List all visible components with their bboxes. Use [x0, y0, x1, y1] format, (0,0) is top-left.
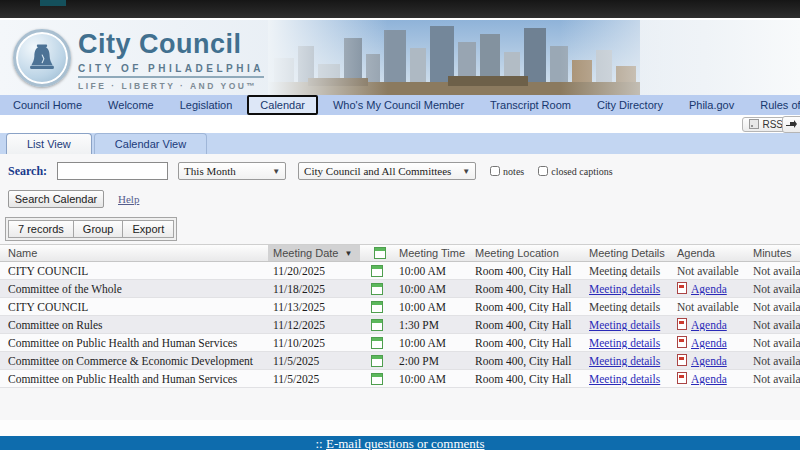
content-area: Search: This Month ▼ City Council and Al…: [0, 154, 800, 420]
minutes-cell: Not available: [748, 283, 800, 295]
calendar-export-icon[interactable]: [371, 283, 383, 295]
skyline-right-fade: [560, 20, 800, 95]
meeting-location: Room 400, City Hall: [470, 265, 584, 277]
meeting-details-link[interactable]: Meeting details: [589, 337, 660, 349]
agenda-link[interactable]: Agenda: [691, 373, 727, 385]
nav-item-rules-of-council[interactable]: Rules of Council: [747, 96, 800, 114]
meeting-details-link[interactable]: Meeting details: [589, 283, 660, 295]
ical-cell: [360, 300, 394, 313]
minutes-cell: Not available: [748, 355, 800, 367]
minutes-cell: Not available: [748, 265, 800, 277]
column-header-ical: [360, 245, 394, 261]
records-toolbar: 7 records Group Export: [5, 217, 177, 241]
records-count-button[interactable]: 7 records: [8, 220, 74, 238]
tab-list-view[interactable]: List View: [6, 133, 92, 154]
meeting-time: 10:00 AM: [394, 283, 470, 295]
table-row: Committee on Public Health and Human Ser…: [0, 334, 800, 352]
calendar-export-icon[interactable]: [371, 337, 383, 349]
meeting-time: 2:00 PM: [394, 355, 470, 367]
chevron-down-icon: ▼: [272, 167, 280, 176]
export-button[interactable]: Export: [122, 220, 174, 238]
top-black-bar: [0, 0, 800, 18]
column-header-meeting-details: Meeting Details: [584, 245, 672, 261]
meeting-details-cell: Meeting details: [584, 337, 672, 349]
nav-item-council-home[interactable]: Council Home: [0, 96, 95, 114]
nav-item-transcript-room[interactable]: Transcript Room: [477, 96, 584, 114]
meeting-name: CITY COUNCIL: [0, 301, 268, 313]
agenda-link[interactable]: Agenda: [691, 319, 727, 331]
sort-descending-icon: ▼: [344, 249, 352, 258]
closed-captions-checkbox[interactable]: [538, 166, 548, 176]
calendar-export-icon[interactable]: [371, 319, 383, 331]
top-accent: [40, 0, 66, 6]
meeting-name: Committee of the Whole: [0, 283, 268, 295]
column-header-meeting-time[interactable]: Meeting Time: [394, 245, 470, 261]
main-navigation: Council HomeWelcomeLegislationCalendarWh…: [0, 95, 800, 115]
meeting-details-link[interactable]: Meeting details: [589, 355, 660, 367]
pdf-icon: [677, 318, 687, 330]
meeting-details-cell: Meeting details: [584, 265, 672, 277]
meeting-name: Committee on Public Health and Human Ser…: [0, 337, 268, 349]
agenda-cell: Not available: [672, 301, 748, 313]
calendar-export-icon[interactable]: [371, 301, 383, 313]
calendar-export-icon[interactable]: [371, 373, 383, 385]
table-row: Committee on Public Health and Human Ser…: [0, 370, 800, 388]
meeting-time: 1:30 PM: [394, 319, 470, 331]
closed-captions-label: closed captions: [551, 166, 612, 177]
minutes-text: Not available: [753, 265, 800, 277]
site-tagline: LIFE · LIBERTY · AND YOU™: [78, 81, 264, 91]
meeting-time: 10:00 AM: [394, 301, 470, 313]
rss-icon: [749, 119, 759, 129]
meeting-date: 11/5/2025: [268, 373, 360, 385]
search-calendar-button[interactable]: Search Calendar: [8, 190, 104, 208]
nav-item-city-directory[interactable]: City Directory: [584, 96, 676, 114]
agenda-cell: Agenda: [672, 354, 748, 367]
pdf-icon: [677, 372, 687, 384]
table-row: CITY COUNCIL11/20/202510:00 AMRoom 400, …: [0, 262, 800, 280]
meeting-time: 10:00 AM: [394, 337, 470, 349]
group-button[interactable]: Group: [73, 220, 124, 238]
table-row: Committee on Rules11/12/20251:30 PMRoom …: [0, 316, 800, 334]
minutes-cell: Not available: [748, 337, 800, 349]
print-button[interactable]: [782, 116, 800, 133]
footer-bar: :: E-mail questions or comments: [0, 436, 800, 450]
site-title: City Council: [78, 30, 264, 58]
nav-item-welcome[interactable]: Welcome: [95, 96, 167, 114]
meeting-date: 11/10/2025: [268, 337, 360, 349]
committee-value: City Council and All Committees: [304, 165, 451, 177]
agenda-link[interactable]: Agenda: [691, 355, 727, 367]
agenda-link[interactable]: Agenda: [691, 283, 727, 295]
tab-calendar-view[interactable]: Calendar View: [94, 133, 207, 154]
minutes-text: Not available: [753, 283, 800, 295]
table-row: Committee of the Whole11/18/202510:00 AM…: [0, 280, 800, 298]
agenda-text: Not available: [677, 265, 739, 277]
email-questions-link[interactable]: E-mail questions or comments: [326, 436, 485, 450]
calendar-export-icon[interactable]: [371, 265, 383, 277]
committee-select[interactable]: City Council and All Committees ▼: [298, 162, 476, 180]
nav-item-calendar[interactable]: Calendar: [247, 95, 318, 115]
pdf-icon: [677, 336, 687, 348]
meeting-details-link[interactable]: Meeting details: [589, 319, 660, 331]
nav-item-legislation[interactable]: Legislation: [167, 96, 246, 114]
column-header-meeting-location[interactable]: Meeting Location: [470, 245, 584, 261]
meeting-details-text: Meeting details: [589, 301, 660, 313]
minutes-text: Not available: [753, 319, 800, 331]
notes-checkbox-wrap: notes: [490, 166, 524, 177]
notes-checkbox[interactable]: [490, 166, 500, 176]
calendar-export-icon[interactable]: [371, 355, 383, 367]
meeting-details-link[interactable]: Meeting details: [589, 373, 660, 385]
meeting-date: 11/5/2025: [268, 355, 360, 367]
column-header-minutes: Minutes: [748, 245, 800, 261]
pdf-icon: [677, 354, 687, 366]
agenda-link[interactable]: Agenda: [691, 337, 727, 349]
nav-item-phila-gov[interactable]: Phila.gov: [676, 96, 747, 114]
help-link[interactable]: Help: [118, 193, 139, 205]
date-range-select[interactable]: This Month ▼: [178, 162, 286, 180]
column-header-name[interactable]: Name: [0, 245, 268, 261]
rss-label: RSS: [762, 119, 783, 130]
search-input[interactable]: [57, 162, 168, 180]
meeting-name: Committee on Commerce & Economic Develop…: [0, 355, 268, 367]
meeting-location: Room 400, City Hall: [470, 355, 584, 367]
nav-item-who-s-my-council-member[interactable]: Who's My Council Member: [320, 96, 477, 114]
column-header-meeting-date[interactable]: Meeting Date ▼: [268, 245, 360, 261]
